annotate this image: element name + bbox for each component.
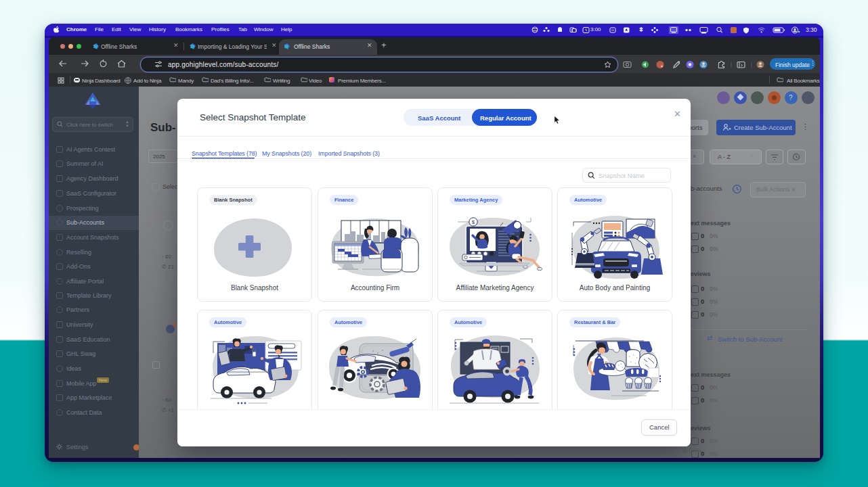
svg-text:$: $ <box>472 219 475 225</box>
